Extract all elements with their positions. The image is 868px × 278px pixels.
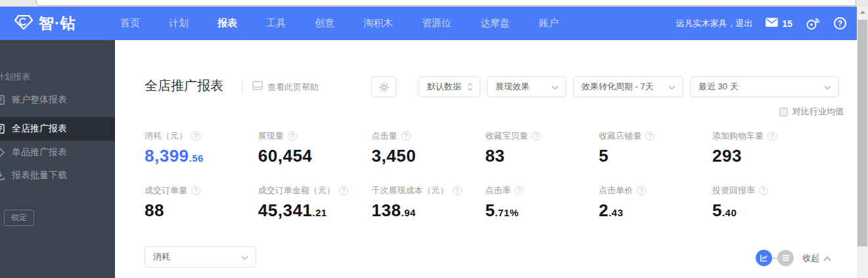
metric-label: 消耗（元）	[145, 130, 187, 142]
checkbox-icon[interactable]	[779, 108, 788, 116]
metric-label: 点击量	[372, 130, 398, 142]
scrollbar-thumb[interactable]	[857, 20, 867, 246]
sidebar: 计划报表 账户整体报表 全店推广报表 单品推广报表	[0, 40, 115, 278]
metric-label: 千次展现成本（元）	[372, 185, 449, 197]
settings-gear-button[interactable]	[371, 76, 396, 97]
user-logout-link[interactable]: 远凡实木家具，退出	[675, 18, 752, 30]
sidebar-item-store-report[interactable]: 全店推广报表	[0, 117, 115, 141]
question-circle-icon[interactable]	[759, 186, 768, 195]
metric-cost: 消耗（元） 8,399.56	[145, 130, 258, 166]
metric-value: 60,454	[258, 146, 372, 166]
collapse-label: 收起	[802, 252, 819, 264]
toggle-connector	[772, 258, 777, 259]
metric-value: 83	[485, 146, 599, 166]
metric-value: 2.43	[599, 200, 712, 221]
collapse-toggle[interactable]: 收起	[802, 252, 831, 264]
metric-value: 3,450	[372, 146, 486, 166]
chart-metric-select-value: 消耗	[153, 251, 170, 263]
sidebar-section-label: 计划报表	[0, 71, 30, 83]
metric-value: 5	[599, 146, 712, 166]
chart-metric-select[interactable]: 消耗	[145, 246, 256, 267]
metric-label: 点击单价	[599, 185, 633, 197]
logo-text: 智·钻	[39, 13, 76, 34]
question-circle-icon[interactable]	[191, 131, 200, 141]
chevron-down-icon	[824, 82, 831, 92]
metric-label: 投资回报率	[712, 185, 755, 197]
nav-item-account[interactable]: 账户	[539, 17, 559, 30]
scrollbar-up-arrow-icon[interactable]	[857, 7, 868, 18]
effect-select[interactable]: 展现效果	[487, 76, 566, 97]
browser-chrome-box	[36, 0, 856, 6]
help-page-icon	[252, 81, 263, 93]
browser-scrollbar[interactable]	[857, 7, 868, 278]
sidebar-item-account-report[interactable]: 账户整体报表	[0, 88, 115, 112]
data-mode-select[interactable]: 默认数据	[419, 76, 480, 97]
question-circle-icon[interactable]	[401, 131, 411, 141]
metric-label: 成交订单金额（元）	[258, 185, 335, 197]
mail-button[interactable]: 15	[765, 18, 792, 30]
question-circle-icon[interactable]	[767, 131, 777, 141]
browser-chrome-strip	[0, 0, 868, 7]
page-help-link[interactable]: 查看此页帮助	[252, 81, 319, 93]
metric-value: 88	[145, 200, 258, 221]
metric-orders: 成交订单量 88	[145, 185, 258, 221]
chevron-down-icon	[551, 82, 559, 92]
question-circle-icon[interactable]	[453, 186, 462, 195]
metric-order-amount: 成交订单金额（元） 45,341.21	[258, 185, 372, 221]
effect-select-value: 展现效果	[495, 81, 530, 93]
question-circle-icon[interactable]	[514, 186, 524, 195]
nav-item-tools[interactable]: 工具	[266, 17, 286, 30]
chevron-down-icon	[241, 252, 248, 262]
metric-value: 5.71%	[485, 200, 599, 221]
metric-item-favorites: 收藏宝贝量 83	[485, 130, 599, 166]
mail-count-badge: 15	[782, 18, 792, 29]
conversion-period-select[interactable]: 效果转化周期 - 7天	[573, 76, 683, 97]
download-icon	[0, 170, 5, 183]
help-icon[interactable]: ?	[834, 17, 846, 30]
logo[interactable]: 智·钻	[14, 7, 76, 40]
weibo-icon[interactable]	[806, 17, 821, 30]
tag-icon	[0, 147, 5, 160]
question-circle-icon[interactable]	[645, 131, 654, 141]
metric-label: 收藏店铺量	[599, 130, 641, 142]
nav-item-report[interactable]: 报表	[217, 17, 237, 30]
nav-item-taojimu[interactable]: 淘积木	[363, 17, 393, 30]
nav-item-plan[interactable]: 计划	[169, 17, 189, 30]
metric-value: 5.40	[712, 200, 826, 221]
nav-item-damopan[interactable]: 达摩盘	[480, 17, 510, 30]
question-circle-icon[interactable]	[288, 131, 297, 141]
sidebar-item-item-report[interactable]: 单品推广报表	[0, 141, 115, 164]
metric-roi: 投资回报率 5.40	[712, 185, 826, 221]
compare-industry-checkbox[interactable]: 对比行业均值	[779, 106, 844, 118]
question-circle-icon[interactable]	[532, 131, 541, 141]
nav-menu: 首页 计划 报表 工具 创意 淘积木 资源位 达摩盘 账户	[120, 7, 559, 40]
nav-item-creative[interactable]: 创意	[315, 17, 334, 30]
lock-button[interactable]: 锁定	[4, 210, 34, 226]
sidebar-item-label: 账户整体报表	[12, 94, 67, 106]
up-down-spinner-icon	[467, 83, 473, 91]
page-title: 全店推广报表	[145, 77, 223, 95]
chevron-down-icon	[668, 82, 675, 92]
metric-value: 293	[712, 146, 826, 166]
metric-shop-favorites: 收藏店铺量 5	[599, 130, 712, 166]
date-range-select[interactable]: 最近 30 天	[690, 76, 839, 97]
diamond-logo-icon	[14, 14, 33, 33]
metric-clicks: 点击量 3,450	[372, 130, 486, 166]
compare-industry-label: 对比行业均值	[792, 106, 844, 118]
sidebar-item-batch-download[interactable]: 报表批量下载	[0, 164, 115, 187]
data-mode-select-value: 默认数据	[427, 81, 461, 93]
question-circle-icon[interactable]	[339, 186, 348, 195]
sidebar-item-label: 单品推广报表	[12, 147, 67, 158]
date-range-select-value: 最近 30 天	[698, 81, 739, 93]
question-circle-icon[interactable]	[191, 186, 200, 195]
metric-value: 8,399.56	[145, 146, 258, 166]
metrics-row-1: 消耗（元） 8,399.56 展现量 60,454 点击量 3,450 收藏宝贝…	[145, 130, 826, 166]
nav-item-resource[interactable]: 资源位	[422, 17, 451, 30]
line-chart-view-button[interactable]	[756, 250, 772, 266]
question-circle-icon[interactable]	[637, 186, 646, 195]
chevron-up-icon	[823, 252, 831, 264]
nav-item-home[interactable]: 首页	[120, 17, 140, 30]
top-navbar: 智·钻 首页 计划 报表 工具 创意 淘积木 资源位 达摩盘 账户 远凡实木家具…	[0, 7, 857, 40]
table-view-button[interactable]	[777, 250, 794, 266]
metric-label: 展现量	[258, 130, 284, 142]
